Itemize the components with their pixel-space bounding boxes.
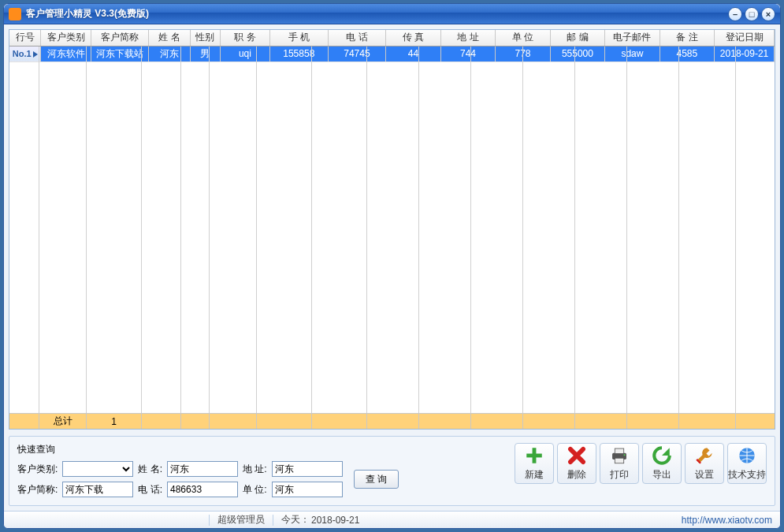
col-header-phone[interactable]: 电 话 bbox=[328, 30, 386, 46]
svg-rect-3 bbox=[615, 448, 623, 454]
totals-label: 总计 bbox=[39, 414, 87, 429]
new-label: 新建 bbox=[525, 468, 544, 482]
grid-body: No.1河东软件河东下载站河东男uqi155858747454474477855… bbox=[9, 46, 775, 61]
shortname-input[interactable] bbox=[62, 482, 133, 497]
cell-fax: 44 bbox=[386, 46, 440, 61]
table-row[interactable]: No.1河东软件河东下载站河东男uqi155858747454474477855… bbox=[9, 46, 775, 61]
svg-rect-1 bbox=[526, 454, 542, 458]
cell-rownum: No.1 bbox=[9, 46, 41, 61]
main-content: 行号客户类别客户简称姓 名性别职 务手 机电 话传 真地 址单 位邮 编电子邮件… bbox=[9, 29, 775, 430]
label-category: 客户类别: bbox=[17, 463, 58, 476]
export-icon bbox=[652, 445, 672, 466]
label-shortname: 客户简称: bbox=[17, 483, 58, 497]
data-grid[interactable]: 行号客户类别客户简称姓 名性别职 务手 机电 话传 真地 址单 位邮 编电子邮件… bbox=[9, 30, 775, 429]
status-today: 2018-09-21 bbox=[311, 515, 359, 526]
cell-cat: 河东软件 bbox=[41, 46, 91, 61]
grid-header-row: 行号客户类别客户简称姓 名性别职 务手 机电 话传 真地 址单 位邮 编电子邮件… bbox=[9, 30, 775, 46]
close-button[interactable]: × bbox=[761, 7, 775, 21]
minimize-button[interactable]: – bbox=[728, 7, 742, 21]
name-input[interactable] bbox=[167, 461, 238, 477]
status-separator bbox=[209, 515, 210, 526]
support-button[interactable]: 技术支持 bbox=[727, 443, 767, 484]
status-user: 超级管理员 bbox=[217, 513, 265, 526]
cell-date: 2018-09-21 bbox=[715, 46, 775, 61]
titlebar[interactable]: 客户管理小精灵 V3.3(免费版) – □ × bbox=[4, 4, 780, 24]
action-toolbar: 新建 删除 打印 导出 设置 技术支持 bbox=[515, 443, 767, 484]
cell-company: 778 bbox=[496, 46, 550, 61]
label-company: 单 位: bbox=[243, 483, 267, 497]
cell-note: 4585 bbox=[660, 46, 714, 61]
svg-rect-4 bbox=[615, 458, 623, 463]
col-header-date[interactable]: 登记日期 bbox=[715, 30, 775, 46]
grid-column-lines bbox=[9, 47, 775, 413]
wrench-icon bbox=[694, 445, 715, 466]
company-input[interactable] bbox=[272, 482, 343, 497]
export-button[interactable]: 导出 bbox=[642, 443, 682, 484]
window-title: 客户管理小精灵 V3.3(免费版) bbox=[26, 7, 728, 20]
col-header-sex[interactable]: 性别 bbox=[190, 30, 220, 46]
col-header-note[interactable]: 备 注 bbox=[660, 30, 714, 46]
cell-mobile: 155858 bbox=[269, 46, 328, 61]
col-header-short[interactable]: 客户简称 bbox=[91, 30, 149, 46]
x-icon bbox=[567, 445, 587, 466]
address-input[interactable] bbox=[272, 461, 343, 477]
totals-row: 总计1 bbox=[9, 413, 775, 429]
settings-button[interactable]: 设置 bbox=[685, 443, 724, 484]
quick-search-box: 快速查询 客户类别: 姓 名: 地 址: 查 询 客户简称: 电 话: 单 位: bbox=[17, 443, 399, 497]
cell-job: uqi bbox=[220, 46, 269, 61]
label-name: 姓 名: bbox=[138, 463, 162, 476]
app-icon bbox=[9, 8, 21, 20]
cell-addr: 744 bbox=[440, 46, 495, 61]
window-controls: – □ × bbox=[728, 7, 775, 21]
col-header-rownum[interactable]: 行号 bbox=[9, 30, 41, 46]
support-label: 技术支持 bbox=[728, 468, 766, 482]
cell-email: sdaw bbox=[605, 46, 660, 61]
bottom-panel: 快速查询 客户类别: 姓 名: 地 址: 查 询 客户简称: 电 话: 单 位: bbox=[9, 436, 775, 506]
col-header-fax[interactable]: 传 真 bbox=[386, 30, 440, 46]
totals-count: 1 bbox=[87, 414, 142, 429]
status-url[interactable]: http://www.xiaotv.com bbox=[682, 515, 772, 526]
globe-icon bbox=[737, 445, 757, 466]
settings-label: 设置 bbox=[695, 468, 714, 482]
label-phone: 电 话: bbox=[138, 483, 162, 497]
print-button[interactable]: 打印 bbox=[600, 443, 639, 484]
search-title: 快速查询 bbox=[17, 443, 399, 456]
printer-icon bbox=[609, 445, 630, 466]
phone-input[interactable] bbox=[167, 482, 238, 497]
col-header-mobile[interactable]: 手 机 bbox=[269, 30, 328, 46]
delete-button[interactable]: 删除 bbox=[557, 443, 596, 484]
search-button[interactable]: 查 询 bbox=[354, 470, 399, 489]
search-form: 客户类别: 姓 名: 地 址: 查 询 客户简称: 电 话: 单 位: bbox=[17, 461, 399, 497]
delete-label: 删除 bbox=[567, 468, 586, 482]
new-button[interactable]: 新建 bbox=[515, 443, 554, 484]
maximize-button[interactable]: □ bbox=[745, 7, 759, 21]
col-header-company[interactable]: 单 位 bbox=[496, 30, 550, 46]
label-address: 地 址: bbox=[243, 463, 267, 476]
svg-point-5 bbox=[623, 454, 625, 456]
cell-sex: 男 bbox=[190, 46, 220, 61]
export-label: 导出 bbox=[652, 468, 671, 482]
col-header-addr[interactable]: 地 址 bbox=[440, 30, 495, 46]
col-header-zip[interactable]: 邮 编 bbox=[550, 30, 604, 46]
cell-name: 河东 bbox=[149, 46, 191, 61]
cell-zip: 555000 bbox=[550, 46, 604, 61]
cell-phone: 74745 bbox=[328, 46, 386, 61]
col-header-email[interactable]: 电子邮件 bbox=[605, 30, 660, 46]
cell-short: 河东下载站 bbox=[91, 46, 149, 61]
col-header-name[interactable]: 姓 名 bbox=[149, 30, 191, 46]
statusbar: 超级管理员 今天： 2018-09-21 http://www.xiaotv.c… bbox=[4, 511, 780, 528]
grid-table: 行号客户类别客户简称姓 名性别职 务手 机电 话传 真地 址单 位邮 编电子邮件… bbox=[9, 30, 775, 62]
print-label: 打印 bbox=[610, 468, 629, 482]
category-select[interactable] bbox=[62, 461, 133, 477]
app-window: 客户管理小精灵 V3.3(免费版) – □ × 行号客户类别客户简称姓 名性别职… bbox=[3, 3, 781, 529]
status-today-label: 今天： bbox=[281, 513, 310, 526]
status-separator bbox=[273, 515, 273, 526]
col-header-cat[interactable]: 客户类别 bbox=[41, 30, 91, 46]
col-header-job[interactable]: 职 务 bbox=[220, 30, 269, 46]
plus-icon bbox=[524, 445, 544, 466]
